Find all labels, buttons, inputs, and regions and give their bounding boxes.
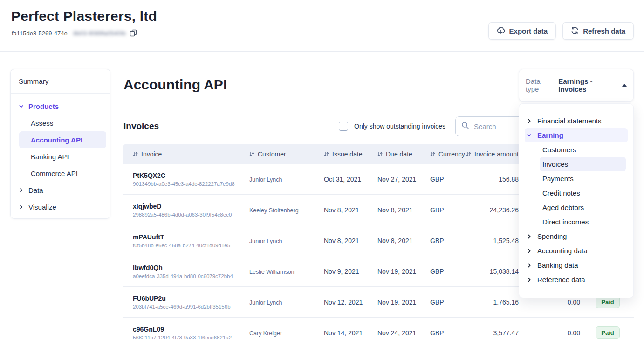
sidebar-item-label: Data [28,186,43,194]
search-icon [461,122,469,131]
due-date: Nov 27, 2021 [377,176,416,183]
chevron-down-icon [19,104,23,108]
menu-item-invoices[interactable]: Invoices [540,157,626,171]
chevron-right-icon [527,249,531,253]
sidebar-item-data[interactable]: Data [11,182,110,198]
sort-icon [133,151,138,157]
menu-item-label: Banking data [537,261,578,269]
amount-due: 0.00 [568,298,580,306]
menu-item-spending[interactable]: Spending [525,229,628,244]
table-row[interactable]: c96GnL09568211b7-1204-4f73-9a33-1f6ece68… [123,318,634,348]
menu-item-banking-data[interactable]: Banking data [525,258,628,272]
data-type-value: Earnings - Invoices [558,77,617,93]
outstanding-checkbox-label: Only show outstanding invoices [354,122,445,130]
due-date: Nov 19, 2021 [377,298,416,306]
sidebar-item-label: Visualize [28,203,56,211]
issue-date: Nov 8, 2021 [324,206,359,214]
copy-icon[interactable] [130,29,137,37]
currency: GBP [430,206,444,214]
issue-date: Nov 12, 2021 [324,298,363,306]
invoice-amount: 15,038.14 [490,268,519,275]
invoice-id: a0eefdca-335d-494a-bd80-0c6079c72bb4 [133,273,242,279]
issue-date: Nov 8, 2021 [324,237,359,244]
export-data-button[interactable]: Export data [488,22,556,40]
data-type-dropdown-button[interactable]: Data type Earnings - Invoices [519,69,634,102]
invoice-code: c96GnL09 [133,325,242,333]
header-divider [0,51,644,52]
column-header-invoice[interactable]: Invoice [123,150,242,158]
invoice-code: lbwfd0Qh [133,264,242,271]
column-label: Due date [386,150,412,158]
refresh-data-button[interactable]: Refresh data [562,22,634,40]
column-header-issue-date[interactable]: Issue date [317,150,370,158]
page-title: Accounting API [123,77,227,93]
column-label: Issue date [332,150,363,158]
menu-item-direct-incomes[interactable]: Direct incomes [540,215,626,229]
sidebar-item-banking-api[interactable]: Banking API [19,148,106,165]
sidebar-item-summary[interactable]: Summary [11,69,110,93]
controls-separator [442,118,442,135]
chevron-right-icon [527,234,531,239]
menu-item-financial-statements[interactable]: Financial statements [525,114,628,128]
issue-date: Oct 31, 2021 [324,176,361,183]
invoice-amount: 1,765.16 [493,298,519,306]
company-id: fa115de8-5269-474e- 8b03-9089fa0540Ib [12,29,137,37]
export-icon [497,27,505,36]
menu-item-label: Accounting data [537,247,588,255]
column-label: Currency [438,150,465,158]
invoice-amount: 1,525.48 [493,237,519,244]
chevron-right-icon [527,278,531,282]
sidebar-item-commerce-api[interactable]: Commerce API [19,165,106,182]
sidebar-item-products[interactable]: Products [11,98,110,115]
invoice-amount: 156.88 [499,176,519,183]
currency: GBP [430,176,444,183]
column-header-invoice-amount[interactable]: Invoice amount [464,150,522,158]
outstanding-filter[interactable]: Only show outstanding invoices [339,122,445,131]
invoice-code: xIqjwbeD [133,203,242,210]
currency: GBP [430,329,444,337]
menu-item-earning[interactable]: Earning [525,128,628,142]
customer-name: Junior Lynch [249,238,282,244]
due-date: Nov 8, 2021 [377,206,413,214]
sidebar-item-label: Products [28,102,59,110]
sidebar-item-visualize[interactable]: Visualize [11,198,110,215]
status-badge: Paid [596,326,619,339]
menu-item-reference-data[interactable]: Reference data [525,272,628,287]
customer-name: Leslie Williamson [249,269,295,275]
sidebar-item-assess[interactable]: Assess [19,115,106,131]
chevron-down-icon [527,133,531,137]
caret-up-icon [622,84,627,87]
menu-item-credit-notes[interactable]: Credit notes [540,186,626,200]
column-header-customer[interactable]: Customer [242,150,317,158]
invoice-amount: 24,236.26 [490,206,519,214]
section-title: Invoices [123,121,159,131]
sidebar-tree-line [16,111,16,176]
export-data-label: Export data [509,27,548,35]
menu-item-label: Spending [537,232,567,240]
customer-name: Junior Lynch [249,299,282,306]
menu-item-accounting-data[interactable]: Accounting data [525,244,628,258]
chevron-right-icon [19,205,23,209]
column-header-currency[interactable]: Currency [423,150,464,158]
refresh-icon [571,27,579,36]
column-header-due-date[interactable]: Due date [370,150,423,158]
column-label: Invoice amount [474,150,519,158]
due-date: Nov 24, 2021 [377,329,416,337]
invoice-id: 203bf741-a5ce-469d-a991-6d2bff35156b [133,304,242,310]
column-label: Invoice [141,150,162,158]
sort-icon [377,151,383,157]
invoice-code: mPAUuftT [133,233,242,241]
menu-item-label: Earning [537,131,563,139]
refresh-data-label: Refresh data [583,27,625,35]
app-frame: Perfect Plasterers, ltd fa115de8-5269-47… [0,0,644,352]
menu-item-payments[interactable]: Payments [540,171,626,186]
menu-item-aged-debtors[interactable]: Aged debtors [540,200,626,215]
menu-item-customers[interactable]: Customers [540,142,626,157]
invoice-code: FU6bUP2u [133,295,242,302]
invoice-code: PtK5QX2C [133,172,242,179]
sidebar-item-accounting-api[interactable]: Accounting API [19,131,106,148]
currency: GBP [430,237,444,244]
invoice-id: 901349bb-a0e3-45c3-a4dc-822227a7e9d8 [133,181,242,187]
outstanding-checkbox[interactable] [339,122,348,131]
customer-name: Junior Lynch [249,176,282,183]
